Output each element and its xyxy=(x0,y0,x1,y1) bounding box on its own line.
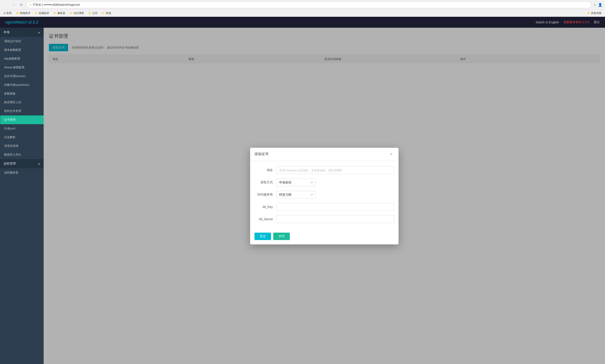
bookmark-star-icon[interactable]: ☆ xyxy=(593,3,596,7)
modal-close-button[interactable]: × xyxy=(388,151,394,157)
sidebar-item-generate-conf[interactable]: 生成conf xyxy=(0,124,44,133)
bookmark-apps[interactable]: ⊞ 应用 xyxy=(3,11,13,15)
domain-input[interactable] xyxy=(276,166,394,174)
remote-chevron-icon: ▲ xyxy=(38,163,40,165)
ali-secret-label: Ali_Secret xyxy=(255,217,276,221)
apps-icon: ⊞ xyxy=(3,12,5,15)
dns-select[interactable]: 阿里万网 腾讯云 华为云 其他 xyxy=(276,191,316,199)
app-container: nginxWebUI v2.5.2 Switch to English 有新版本… xyxy=(0,17,605,364)
ali-key-input[interactable] xyxy=(276,203,394,211)
method-row: 获取方式 申请获得 手动上传 xyxy=(255,179,394,186)
domain-label: 域名 xyxy=(255,168,276,172)
modal-footer: 提交 关闭 xyxy=(250,232,399,244)
sidebar: 本地 ▲ 系统运行状态 基本参数配置 http参数配置 Stream参数配置 反… xyxy=(0,28,44,364)
sidebar-item-system-status[interactable]: 系统运行状态 xyxy=(0,37,44,46)
bookmark-other[interactable]: 📁 其他 xyxy=(101,11,112,15)
sidebar-item-data-import-export[interactable]: 数据导入导出 xyxy=(0,150,44,159)
sidebar-item-cert-management[interactable]: 证书管理 xyxy=(0,116,44,124)
modal-overlay: 添加证书 × 域名 获取方式 申请获得 xyxy=(44,28,605,364)
address-bar-container: ⚠ xyxy=(26,1,592,8)
sidebar-item-password-file[interactable]: 密码文件管理 xyxy=(0,107,44,116)
modal-header: 添加证书 × xyxy=(250,148,399,161)
modal-title: 添加证书 xyxy=(255,152,269,156)
new-version-notice[interactable]: 有新版本发布 2.5.4 xyxy=(563,20,589,24)
ali-secret-row: Ali_Secret xyxy=(255,215,394,223)
sidebar-item-stream-config[interactable]: Stream参数配置 xyxy=(0,63,44,72)
sidebar-item-param-template[interactable]: 参数模板 xyxy=(0,89,44,98)
domain-row: 域名 xyxy=(255,166,394,174)
security-icon: ⚠ xyxy=(29,3,31,6)
sidebar-item-remote-server[interactable]: 远程服务器 xyxy=(0,168,44,177)
folder-icon-3: 📁 xyxy=(53,12,57,15)
submit-button[interactable]: 提交 xyxy=(255,233,271,240)
refresh-button[interactable]: ↻ xyxy=(18,2,25,8)
logout-button[interactable]: 退出 xyxy=(594,20,600,24)
sidebar-item-http-config[interactable]: http参数配置 xyxy=(0,54,44,63)
sidebar-item-basic-config[interactable]: 基本参数配置 xyxy=(0,46,44,54)
address-bar[interactable] xyxy=(33,3,589,7)
app-header: nginxWebUI v2.5.2 Switch to English 有新版本… xyxy=(0,17,605,28)
local-chevron-icon: ▲ xyxy=(38,31,40,34)
dns-label: DNS服务商 xyxy=(255,193,276,197)
forward-button[interactable]: → xyxy=(11,2,17,8)
folder-icon-6: 📁 xyxy=(102,12,105,15)
back-button[interactable]: ← xyxy=(3,2,9,8)
add-cert-modal: 添加证书 × 域名 获取方式 申请获得 xyxy=(250,148,399,244)
browser-toolbar: ← → ↻ ⚠ ☆ 👤 xyxy=(0,0,605,10)
bookmark-other-books[interactable]: 📁 其他书签 xyxy=(586,11,602,15)
dns-row: DNS服务商 阿里万网 腾讯云 华为云 其他 xyxy=(255,191,394,199)
sidebar-item-reverse-proxy[interactable]: 反向代理(server) xyxy=(0,72,44,80)
bookmark-server[interactable]: 📁 服务器 xyxy=(52,11,66,15)
close-modal-button[interactable]: 关闭 xyxy=(273,233,290,240)
app-title: nginxWebUI v2.5.2 xyxy=(5,20,39,25)
method-select[interactable]: 申请获得 手动上传 xyxy=(276,179,316,186)
folder-icon-2: 📁 xyxy=(35,12,38,15)
folder-icon-5: 📁 xyxy=(88,12,91,15)
bookmarks-bar: ⊞ 应用 📁 前端技术 📁 后端技术 📁 服务器 📁 论坛博客 📁 公司 📁 其… xyxy=(0,10,605,17)
sidebar-item-admin-management[interactable]: 管理员管理 xyxy=(0,142,44,150)
folder-icon-4: 📁 xyxy=(70,12,73,15)
sidebar-item-static-upload[interactable]: 静态网页上传 xyxy=(0,98,44,107)
ali-key-row: Ali_Key xyxy=(255,203,394,211)
sidebar-section-local[interactable]: 本地 ▲ xyxy=(0,28,44,37)
main-layout: 本地 ▲ 系统运行状态 基本参数配置 http参数配置 Stream参数配置 反… xyxy=(0,28,605,364)
ali-secret-input[interactable] xyxy=(276,215,394,223)
header-right: Switch to English 有新版本发布 2.5.4 退出 xyxy=(536,20,600,24)
ali-key-label: Ali_Key xyxy=(255,205,276,209)
bookmark-company[interactable]: 📁 公司 xyxy=(88,11,98,15)
sidebar-section-remote[interactable]: 远程管理 ▲ xyxy=(0,159,44,168)
account-icon[interactable]: 👤 xyxy=(598,3,602,7)
modal-body: 域名 获取方式 申请获得 手动上传 xyxy=(250,161,399,232)
browser-chrome: ← → ↻ ⚠ ☆ 👤 ⊞ 应用 📁 前端技术 📁 后端技术 📁 服务器 📁 论… xyxy=(0,0,605,17)
folder-icon-7: 📁 xyxy=(587,12,590,15)
bookmark-backend[interactable]: 📁 后端技术 xyxy=(34,11,50,15)
sidebar-item-load-balance[interactable]: 负载均衡(upstream) xyxy=(0,80,44,89)
bookmark-frontend[interactable]: 📁 前端技术 xyxy=(15,11,31,15)
sidebar-item-log-analysis[interactable]: 日志解析 xyxy=(0,133,44,142)
method-label: 获取方式 xyxy=(255,181,276,184)
bookmark-forum[interactable]: 📁 论坛博客 xyxy=(69,11,85,15)
folder-icon-1: 📁 xyxy=(16,12,19,15)
content-area: 证书管理 添加证书 自动续签将在凌晨2点进行、超过60天的证书会被续签 域名 获… xyxy=(44,28,605,364)
switch-language-button[interactable]: Switch to English xyxy=(536,21,559,24)
